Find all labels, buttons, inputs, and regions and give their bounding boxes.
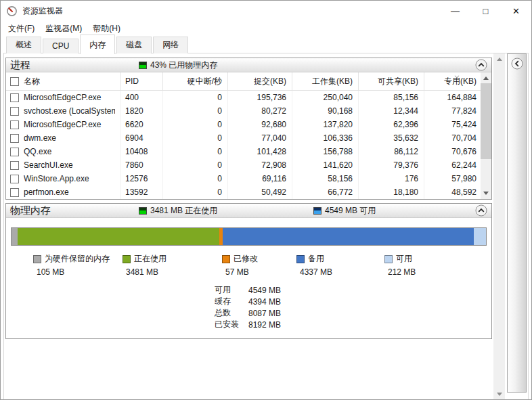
- legend-swatch-icon: [296, 255, 305, 263]
- maximize-button[interactable]: □: [470, 1, 501, 21]
- cell-private: 48,592: [424, 185, 483, 199]
- legend-item-4: 可用212 MB: [384, 253, 416, 277]
- cell-working-set: 156,788: [292, 145, 359, 158]
- legend-row: 备用: [296, 253, 384, 265]
- column-header-private[interactable]: 专用(KB): [424, 72, 483, 90]
- process-row[interactable]: perfmon.exe13592050,49266,77218,18048,59…: [6, 185, 481, 199]
- stat-row-0: 可用4549 MB: [215, 284, 491, 296]
- column-header-shareable[interactable]: 可共享(KB): [359, 72, 424, 90]
- cell-name: QQ.exe: [6, 145, 121, 158]
- tab-cpu[interactable]: CPU: [43, 39, 79, 53]
- legend-row: 为硬件保留的内存: [33, 253, 123, 265]
- process-name: perfmon.exe: [24, 186, 69, 199]
- cell-working-set: 66,772: [292, 185, 359, 199]
- legend-label: 为硬件保留的内存: [45, 253, 110, 265]
- cell-private: 70,676: [424, 145, 483, 158]
- legend-value: 212 MB: [388, 267, 416, 277]
- minimize-button[interactable]: —: [440, 1, 470, 21]
- stat-label: 总数: [215, 307, 248, 319]
- process-row[interactable]: WinStore.App.exe12576069,11658,15617657,…: [6, 172, 481, 185]
- process-name: dwm.exe: [24, 132, 56, 145]
- process-row[interactable]: dwm.exe6904077,040106,33635,63270,704: [6, 131, 481, 145]
- column-header-name[interactable]: 名称: [6, 72, 121, 90]
- legend-label: 备用: [308, 253, 324, 265]
- physical-memory-collapse-button[interactable]: [475, 204, 487, 217]
- process-row[interactable]: MicrosoftEdgeCP.exe6620092,680137,82062,…: [6, 118, 481, 131]
- column-header-label: 可共享(KB): [378, 76, 418, 87]
- cell-name: dwm.exe: [6, 131, 121, 145]
- tab-overview[interactable]: 概述: [6, 37, 41, 53]
- process-row[interactable]: QQ.exe104080101,428156,78886,11270,676: [6, 145, 481, 158]
- scroll-down-icon[interactable]: [497, 393, 502, 396]
- cell-private: 77,824: [424, 104, 483, 118]
- process-row[interactable]: SearchUI.exe7860072,908141,62079,37662,2…: [6, 158, 481, 172]
- scrollbar-thumb[interactable]: [481, 83, 491, 159]
- column-header-pid[interactable]: PID: [121, 72, 163, 90]
- cell-shareable: 86,112: [359, 145, 424, 158]
- process-name: QQ.exe: [24, 146, 51, 158]
- row-checkbox[interactable]: [10, 107, 19, 116]
- title-bar: 资源监视器 — □ ✕: [1, 1, 531, 21]
- legend-swatch-icon: [33, 255, 41, 263]
- legend-value: 4337 MB: [300, 267, 384, 277]
- row-checkbox[interactable]: [10, 161, 19, 170]
- page-scrollbar[interactable]: [493, 53, 505, 400]
- expand-charts-button[interactable]: [511, 58, 523, 70]
- row-checkbox[interactable]: [10, 93, 19, 102]
- column-header-working-set[interactable]: 工作集(KB): [292, 72, 359, 90]
- cell-private: 62,244: [424, 158, 483, 172]
- row-checkbox[interactable]: [10, 188, 19, 197]
- column-header-label: 提交(KB): [254, 76, 286, 87]
- column-header-label: 专用(KB): [444, 76, 476, 87]
- column-header-hard-faults[interactable]: 硬中断/秒: [163, 72, 228, 90]
- cell-pid: 6620: [121, 118, 163, 131]
- menu-item-0[interactable]: 文件(F): [3, 21, 40, 37]
- available-mini-graph-icon: [313, 207, 322, 215]
- memory-composition-bar: [11, 227, 487, 246]
- close-button[interactable]: ✕: [501, 1, 531, 21]
- scroll-down-icon[interactable]: [483, 192, 489, 195]
- table-body: MicrosoftEdgeCP.exe4000195,736250,04085,…: [6, 91, 481, 199]
- available-status: 4549 MB 可用: [313, 205, 376, 217]
- resource-monitor-window: 资源监视器 — □ ✕ 文件(F)监视器(M)帮助(H) 概述CPU内存磁盘网络…: [0, 0, 532, 400]
- in-use-mini-graph-icon: [139, 207, 147, 215]
- in-use-status-text: 3481 MB 正在使用: [150, 205, 217, 217]
- stat-value: 8087 MB: [248, 309, 281, 318]
- stat-value: 4394 MB: [248, 297, 281, 307]
- physical-memory-panel-header[interactable]: 物理内存 3481 MB 正在使用 4549 MB 可用: [6, 204, 491, 218]
- tab-network[interactable]: 网络: [153, 37, 188, 53]
- column-header-commit[interactable]: 提交(KB): [228, 72, 292, 90]
- scroll-up-icon[interactable]: [497, 58, 502, 61]
- legend-item-3: 备用4337 MB: [296, 253, 384, 277]
- membar-segment-1: [18, 228, 219, 245]
- row-checkbox[interactable]: [10, 148, 19, 156]
- cell-shareable: 62,396: [359, 118, 424, 131]
- row-checkbox[interactable]: [10, 120, 19, 129]
- process-table-scrollbar[interactable]: [481, 72, 491, 199]
- select-all-checkbox[interactable]: [10, 77, 19, 86]
- process-name: SearchUI.exe: [24, 159, 73, 172]
- row-checkbox[interactable]: [10, 175, 19, 183]
- cell-private: 75,424: [424, 118, 483, 131]
- legend-label: 已修改: [234, 253, 258, 265]
- cell-working-set: 58,156: [292, 172, 359, 185]
- cell-name: MicrosoftEdgeCP.exe: [6, 91, 121, 104]
- charts-panel-collapsed: [507, 53, 527, 393]
- row-checkbox[interactable]: [10, 134, 19, 143]
- column-header-label: PID: [125, 76, 139, 86]
- process-row[interactable]: MicrosoftEdgeCP.exe4000195,736250,04085,…: [6, 91, 481, 104]
- processes-collapse-button[interactable]: [475, 59, 487, 71]
- cell-pid: 13592: [121, 185, 163, 199]
- process-table: 名称PID硬中断/秒提交(KB)工作集(KB)可共享(KB)专用(KB) Mic…: [6, 72, 481, 199]
- processes-panel-header[interactable]: 进程 43% 已用物理内存: [6, 58, 491, 72]
- tab-disk[interactable]: 磁盘: [116, 37, 152, 53]
- cell-hard-faults: 0: [163, 172, 228, 185]
- memory-legend: 为硬件保留的内存105 MB正在使用3481 MB已修改57 MB备用4337 …: [33, 253, 491, 277]
- cell-commit: 80,272: [228, 104, 292, 118]
- process-row[interactable]: svchost.exe (LocalSystemN...1820080,2729…: [6, 104, 481, 118]
- tab-memory[interactable]: 内存: [80, 35, 115, 54]
- physical-memory-panel: 物理内存 3481 MB 正在使用 4549 MB 可用: [5, 203, 492, 339]
- cell-name: SearchUI.exe: [6, 158, 121, 172]
- cell-hard-faults: 0: [163, 145, 228, 158]
- scroll-up-icon[interactable]: [483, 76, 489, 80]
